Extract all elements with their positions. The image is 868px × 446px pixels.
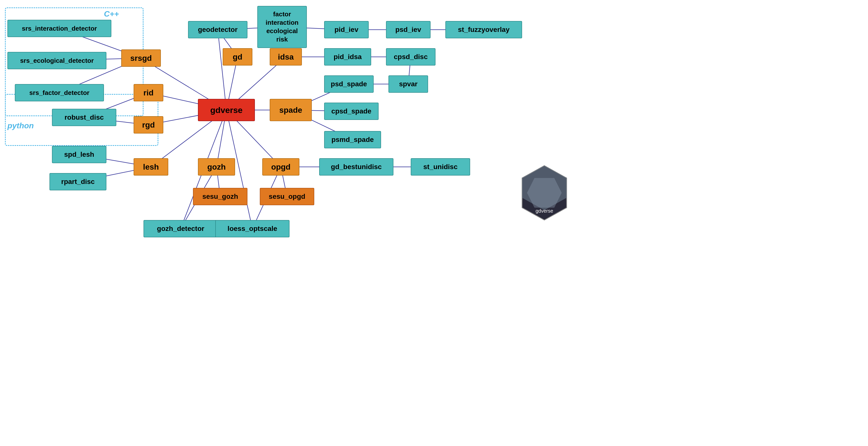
node-sesu-opgd[interactable]: sesu_opgd [260,188,314,205]
node-gdverse[interactable]: gdverse [198,99,255,121]
node-rgd[interactable]: rgd [134,116,163,134]
node-psd-iev[interactable]: psd_iev [386,21,431,38]
svg-text:gdverse: gdverse [535,208,553,214]
node-psmd-spade[interactable]: psmd_spade [324,131,381,148]
connection-lines [0,0,868,446]
node-st-unidisc[interactable]: st_unidisc [411,158,470,175]
python-label: python [7,121,34,130]
node-srs-factor-detector[interactable]: srs_factor_detector [15,84,104,101]
node-lesh[interactable]: lesh [134,158,168,175]
cpp-label: C++ [104,9,119,19]
node-idsa[interactable]: idsa [270,48,302,66]
node-spvar[interactable]: spvar [389,75,428,93]
node-geodetector[interactable]: geodetector [188,21,247,38]
node-srs-interaction-detector[interactable]: srs_interaction_detector [7,20,111,37]
node-gozh[interactable]: gozh [198,158,235,175]
node-srsgd[interactable]: srsgd [121,49,161,67]
node-gd[interactable]: gd [223,48,252,66]
node-pid-idsa[interactable]: pid_idsa [324,48,371,66]
node-cpsd-spade[interactable]: cpsd_spade [324,103,379,120]
node-psd-spade[interactable]: psd_spade [324,75,374,93]
node-sesu-gozh[interactable]: sesu_gozh [193,188,247,205]
node-st-fuzzyoverlay[interactable]: st_fuzzyoverlay [445,21,522,38]
node-opgd[interactable]: opgd [262,158,300,175]
node-rid[interactable]: rid [134,84,163,101]
node-loess-optscale[interactable]: loess_optscale [215,220,289,237]
node-srs-ecological-detector[interactable]: srs_ecological_detector [7,52,106,69]
svg-marker-39 [527,178,562,208]
svg-line-4 [218,30,226,110]
node-gozh-detector[interactable]: gozh_detector [144,220,218,237]
node-robust-disc[interactable]: robust_disc [52,109,116,126]
node-gd-bestunidisc[interactable]: gd_bestunidisc [319,158,394,175]
node-spade[interactable]: spade [270,99,312,121]
node-factor-interaction[interactable]: factor interaction ecological risk [257,6,307,48]
node-spd-lesh[interactable]: spd_lesh [52,146,106,163]
gdverse-logo: gdverse [515,163,574,222]
node-pid-iev[interactable]: pid_iev [324,21,369,38]
node-cpsd-disc[interactable]: cpsd_disc [386,48,435,66]
node-rpart-disc[interactable]: rpart_disc [50,173,106,191]
